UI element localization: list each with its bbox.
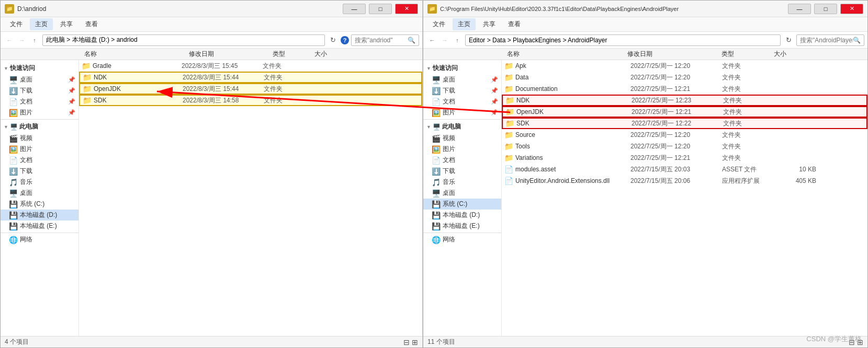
left-up-button[interactable]: ↑ — [29, 34, 40, 46]
right-file-row-apk[interactable]: 📁 Apk 2022/7/25/周一 12:20 文件夹 — [502, 60, 867, 72]
right-sidebar-desktop2[interactable]: 🖥️ 桌面 — [423, 188, 501, 199]
left-file-row-ndk[interactable]: 📁 NDK 2022/8/3/周三 15:44 文件夹 — [79, 72, 422, 83]
right-menu-share[interactable]: 共享 — [478, 18, 501, 30]
left-search-input[interactable] — [355, 37, 408, 44]
right-file-row-variations[interactable]: 📁 Variations 2022/7/25/周一 12:21 文件夹 — [502, 152, 867, 164]
right-search-input[interactable] — [800, 37, 853, 44]
left-detail-view-icon[interactable]: ⊟ — [403, 338, 410, 346]
left-back-button[interactable]: ← — [4, 34, 15, 46]
right-sidebar-drive-c[interactable]: 💾 系统 (C:) — [423, 199, 501, 210]
right-file-row-dll[interactable]: 📄 UnityEditor.Android.Extensions.dll 202… — [502, 175, 867, 187]
left-sidebar-download[interactable]: ⬇️ 下载 📌 — [1, 85, 78, 96]
left-sidebar-drive-e-icon: 💾 — [9, 222, 18, 230]
left-sidebar-quick-access[interactable]: ▼ 快速访问 — [1, 62, 78, 74]
right-minimize-button[interactable]: — — [788, 4, 811, 14]
left-address-bar: ← → ↑ ↻ ? 🔍 — [1, 32, 422, 49]
left-sidebar-this-pc[interactable]: ▼ 🖥️ 此电脑 — [1, 121, 78, 133]
left-sidebar-docs[interactable]: 📄 文档 📌 — [1, 96, 78, 107]
right-forward-button[interactable]: → — [439, 34, 450, 46]
right-file-row-docs[interactable]: 📁 Documentation 2022/7/25/周一 12:21 文件夹 — [502, 83, 867, 95]
right-sidebar-music[interactable]: 🎵 音乐 — [423, 177, 501, 188]
right-sidebar-download2[interactable]: ⬇️ 下载 — [423, 166, 501, 177]
right-sidebar-pictures2[interactable]: 🖼️ 图片 — [423, 144, 501, 155]
right-file-row-source[interactable]: 📁 Source 2022/7/25/周一 12:20 文件夹 — [502, 129, 867, 141]
right-file-row-openjdk[interactable]: 📁 OpenJDK 2022/7/25/周一 12:21 文件夹 — [502, 106, 867, 118]
left-sidebar-pictures2[interactable]: 🖼️ 图片 — [1, 144, 78, 155]
right-sidebar-docs2[interactable]: 📄 文档 — [423, 155, 501, 166]
left-sidebar-drive-d-icon: 💾 — [9, 211, 18, 219]
left-menu-view[interactable]: 查看 — [80, 18, 103, 30]
right-close-button[interactable]: ✕ — [840, 4, 863, 14]
right-sidebar-network[interactable]: 🌐 网络 — [423, 234, 501, 245]
right-file-date-docs: 2022/7/25/周一 12:21 — [630, 85, 722, 94]
right-file-name-openjdk: OpenJDK — [516, 108, 632, 115]
right-refresh-button[interactable]: ↻ — [783, 34, 794, 46]
left-this-pc-arrow: ▼ — [4, 124, 8, 130]
right-sidebar-this-pc[interactable]: ▼ 🖥️ 此电脑 — [423, 121, 501, 133]
left-sidebar-music[interactable]: 🎵 音乐 — [1, 177, 78, 188]
left-menu-share[interactable]: 共享 — [55, 18, 78, 30]
left-sidebar-drive-c[interactable]: 💾 系统 (C:) — [1, 199, 78, 210]
left-maximize-button[interactable]: □ — [369, 4, 392, 14]
left-window-icon: 📁 — [5, 4, 14, 14]
left-sidebar-drive-e[interactable]: 💾 本地磁盘 (E:) — [1, 221, 78, 231]
right-file-name-source: Source — [515, 131, 630, 138]
right-menu-file[interactable]: 文件 — [427, 18, 450, 30]
right-folder-variations-icon: 📁 — [504, 153, 513, 163]
right-file-type-source: 文件夹 — [722, 131, 774, 140]
right-file-row-data[interactable]: 📁 Data 2022/7/25/周一 12:20 文件夹 — [502, 72, 867, 83]
left-sidebar-desktop-icon: 🖥️ — [9, 76, 18, 84]
left-sidebar-desktop2[interactable]: 🖥️ 桌面 — [1, 188, 78, 199]
right-sidebar-desktop[interactable]: 🖥️ 桌面 📌 — [423, 74, 501, 85]
left-status-count: 4 个项目 — [5, 338, 29, 346]
left-sidebar-network[interactable]: 🌐 网络 — [1, 234, 78, 245]
left-sidebar-pictures[interactable]: 🖼️ 图片 📌 — [1, 107, 78, 118]
right-sidebar-drive-e-icon: 💾 — [432, 222, 441, 230]
right-sidebar-drive-e[interactable]: 💾 本地磁盘 (E:) — [423, 221, 501, 231]
left-list-view-icon[interactable]: ⊞ — [412, 338, 418, 346]
right-file-row-sdk[interactable]: 📁 SDK 2022/7/25/周一 12:22 文件夹 — [502, 118, 867, 129]
left-sidebar-drive-d[interactable]: 💾 本地磁盘 (D:) — [1, 210, 78, 221]
right-status-count: 11 个项目 — [427, 338, 455, 346]
right-title-bar: 📁 C:\Program Files\Unity\Hub\Editor\2020… — [423, 1, 867, 17]
right-sidebar-download[interactable]: ⬇️ 下载 📌 — [423, 85, 501, 96]
left-refresh-button[interactable]: ↻ — [327, 34, 339, 46]
left-sidebar-download2[interactable]: ⬇️ 下载 — [1, 166, 78, 177]
right-up-button[interactable]: ↑ — [452, 34, 463, 46]
left-search-box[interactable]: 🔍 — [351, 34, 419, 46]
left-address-input[interactable] — [42, 34, 325, 46]
left-forward-button[interactable]: → — [16, 34, 28, 46]
left-sidebar-desktop[interactable]: 🖥️ 桌面 📌 — [1, 74, 78, 85]
right-status-bar: 11 个项目 ⊟ ⊞ — [423, 336, 867, 347]
right-file-date-tools: 2022/7/25/周一 12:20 — [630, 142, 722, 151]
left-file-row-gradle[interactable]: 📁 Gradle 2022/8/3/周三 15:45 文件夹 — [79, 60, 422, 72]
right-sidebar-drive-d[interactable]: 💾 本地磁盘 (D:) — [423, 210, 501, 221]
left-close-button[interactable]: ✕ — [395, 4, 418, 14]
right-sidebar-quick-access[interactable]: ▼ 快速访问 — [423, 62, 501, 74]
right-address-input[interactable] — [465, 34, 781, 46]
right-file-date-modules: 2022/7/15/周五 20:03 — [630, 165, 722, 174]
right-file-row-tools[interactable]: 📁 Tools 2022/7/25/周一 12:20 文件夹 — [502, 141, 867, 152]
right-file-row-modules[interactable]: 📄 modules.asset 2022/7/15/周五 20:03 ASSET… — [502, 164, 867, 175]
right-sidebar-pictures[interactable]: 🖼️ 图片 📌 — [423, 107, 501, 118]
right-menu-home[interactable]: 主页 — [453, 18, 476, 30]
left-minimize-button[interactable]: — — [343, 4, 366, 14]
right-menu-view[interactable]: 查看 — [503, 18, 526, 30]
left-quick-access-label: 快速访问 — [10, 64, 35, 73]
left-sidebar-docs2[interactable]: 📄 文档 — [1, 155, 78, 166]
right-sidebar-docs[interactable]: 📄 文档 📌 — [423, 96, 501, 107]
right-sidebar-video[interactable]: 🎬 视频 — [423, 133, 501, 144]
left-sidebar-video[interactable]: 🎬 视频 — [1, 133, 78, 144]
left-file-row-openjdk[interactable]: 📁 OpenJDK 2022/8/3/周三 15:44 文件夹 — [79, 83, 422, 95]
right-back-button[interactable]: ← — [426, 34, 438, 46]
left-menu-file[interactable]: 文件 — [5, 18, 28, 30]
left-file-date-ndk: 2022/8/3/周三 15:44 — [183, 73, 264, 82]
right-search-box[interactable]: 🔍 — [796, 34, 864, 46]
right-file-row-ndk[interactable]: 📁 NDK 2022/7/25/周一 12:23 文件夹 — [502, 95, 867, 106]
right-folder-docs-icon: 📁 — [504, 84, 513, 94]
left-file-list: 📁 Gradle 2022/8/3/周三 15:45 文件夹 📁 NDK 202… — [79, 60, 422, 336]
left-file-row-sdk[interactable]: 📁 SDK 2022/8/3/周三 14:58 文件夹 — [79, 95, 422, 106]
right-maximize-button[interactable]: □ — [814, 4, 837, 14]
left-menu-home[interactable]: 主页 — [30, 18, 53, 30]
left-col-name: 名称 — [84, 50, 189, 59]
